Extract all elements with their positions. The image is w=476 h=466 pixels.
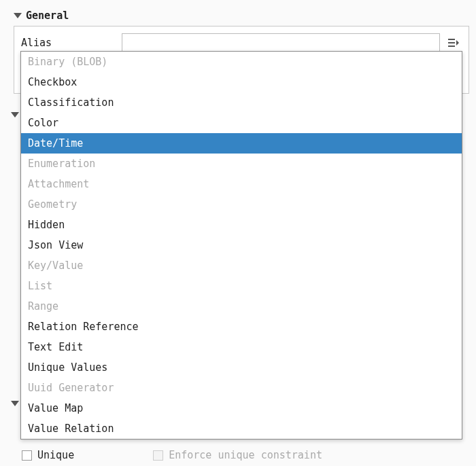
label-alias: Alias bbox=[21, 37, 116, 49]
triangle-down-icon bbox=[11, 401, 19, 406]
section-title-general: General bbox=[26, 10, 69, 22]
data-override-icon[interactable] bbox=[445, 35, 462, 51]
section-header-hidden-2[interactable] bbox=[11, 401, 19, 406]
dropdown-item[interactable]: Text Edit bbox=[21, 337, 462, 357]
svg-rect-2 bbox=[448, 46, 455, 47]
label-enforce: Enforce unique constraint bbox=[169, 449, 322, 461]
checkbox-enforce bbox=[153, 450, 163, 461]
dropdown-item: Attachment bbox=[21, 174, 462, 194]
dropdown-item: Binary (BLOB) bbox=[21, 52, 462, 72]
triangle-down-icon bbox=[11, 112, 19, 118]
label-unique: Unique bbox=[37, 449, 74, 461]
dropdown-item[interactable]: Value Map bbox=[21, 398, 462, 418]
dropdown-item[interactable]: Date/Time bbox=[21, 133, 462, 154]
dropdown-item: Enumeration bbox=[21, 154, 462, 174]
dropdown-item[interactable]: Unique Values bbox=[21, 357, 462, 378]
checkbox-unique[interactable] bbox=[22, 450, 32, 461]
section-header-general[interactable]: General bbox=[0, 5, 476, 26]
section-header-hidden-1[interactable] bbox=[11, 112, 19, 118]
dropdown-item: Uuid Generator bbox=[21, 378, 462, 398]
svg-rect-1 bbox=[448, 42, 455, 43]
constraints-area: Unique Enforce unique constraint bbox=[0, 445, 476, 465]
alias-input[interactable] bbox=[122, 33, 440, 52]
dropdown-item: Key/Value bbox=[21, 255, 462, 276]
left-edge bbox=[2, 0, 3, 466]
dropdown-item: Range bbox=[21, 296, 462, 317]
dropdown-item[interactable]: Classification bbox=[21, 92, 462, 113]
dropdown-item: List bbox=[21, 276, 462, 296]
dropdown-item[interactable]: Json View bbox=[21, 235, 462, 255]
dropdown-item[interactable]: Hidden bbox=[21, 215, 462, 235]
svg-rect-0 bbox=[448, 39, 455, 40]
widget-type-dropdown[interactable]: Binary (BLOB)CheckboxClassificationColor… bbox=[20, 51, 462, 440]
dropdown-item[interactable]: Relation Reference bbox=[21, 317, 462, 337]
dropdown-item[interactable]: Value Relation bbox=[21, 418, 462, 439]
row-alias: Alias bbox=[21, 33, 462, 52]
triangle-down-icon bbox=[14, 13, 22, 18]
dropdown-item[interactable]: Checkbox bbox=[21, 72, 462, 92]
dropdown-item: Geometry bbox=[21, 194, 462, 215]
dropdown-item[interactable]: Color bbox=[21, 113, 462, 133]
